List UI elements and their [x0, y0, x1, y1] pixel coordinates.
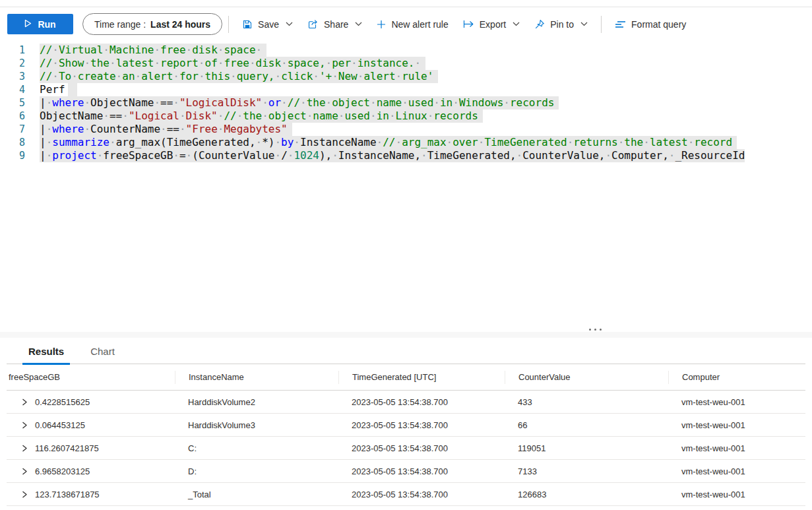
line-number: 5	[0, 96, 29, 110]
cell-countervalue: 7133	[505, 466, 668, 476]
cell-timegenerated: 2023-05-05 13:54:38.700	[338, 466, 505, 476]
save-button-label: Save	[258, 19, 279, 30]
tab-results[interactable]: Results	[22, 346, 70, 365]
panel-resize-handle[interactable]	[0, 327, 812, 338]
toolbar: Run Time range : Last 24 hours Save Shar…	[0, 7, 812, 41]
new-alert-rule-button[interactable]: New alert rule	[369, 13, 455, 36]
row-expand-icon[interactable]	[21, 444, 28, 453]
column-header-freespacegb[interactable]: freeSpaceGB	[7, 371, 175, 384]
cell-timegenerated: 2023-05-05 13:54:38.700	[338, 490, 505, 499]
code-line-2[interactable]: 2//·Show·the·latest·report·of·free·disk·…	[0, 57, 812, 70]
code-line-9[interactable]: 9|·project·freeSpaceGB·=·(CounterValue·/…	[0, 149, 812, 162]
run-button[interactable]: Run	[7, 14, 73, 34]
chevron-down-icon	[580, 22, 588, 26]
row-expand-icon[interactable]	[21, 421, 28, 430]
cell-freespacegb: 6.9658203125	[7, 466, 175, 476]
cell-computer: vm-test-weu-001	[668, 443, 805, 453]
code-line-8[interactable]: 8|·summarize·arg_max(TimeGenerated,·*)·b…	[0, 136, 812, 149]
cell-instancename: C:	[175, 443, 338, 453]
cell-countervalue: 126683	[505, 490, 668, 499]
line-number: 2	[0, 57, 29, 70]
cell-instancename: HarddiskVolume3	[175, 420, 338, 430]
share-icon	[307, 19, 319, 30]
cell-computer: vm-test-weu-001	[668, 466, 805, 476]
cell-instancename: HarddiskVolume2	[175, 397, 338, 407]
cell-computer: vm-test-weu-001	[668, 397, 805, 407]
query-editor[interactable]: 1//·Virtual·Machine·free·disk·space·2//·…	[0, 41, 812, 327]
table-row[interactable]: 6.9658203125D:2023-05-05 13:54:38.700713…	[7, 460, 805, 483]
cell-freespacegb: 0.4228515625	[7, 397, 175, 407]
cell-freespacegb: 123.7138671875	[7, 490, 175, 499]
export-button[interactable]: Export	[456, 13, 527, 36]
save-button[interactable]: Save	[235, 13, 300, 36]
cell-timegenerated: 2023-05-05 13:54:38.700	[338, 443, 505, 453]
results-table-body: 0.4228515625HarddiskVolume22023-05-05 13…	[7, 391, 805, 506]
column-header-countervalue[interactable]: CounterValue	[505, 371, 668, 384]
chevron-down-icon	[286, 22, 293, 26]
toolbar-separator	[601, 16, 602, 33]
time-range-picker[interactable]: Time range : Last 24 hours	[82, 13, 222, 35]
resize-grip-icon	[589, 329, 602, 331]
cell-instancename: D:	[175, 466, 338, 476]
chevron-down-icon	[355, 22, 362, 26]
cell-instancename: _Total	[175, 490, 338, 499]
cell-timegenerated: 2023-05-05 13:54:38.700	[338, 397, 505, 407]
format-query-icon	[615, 20, 626, 29]
code-line-3[interactable]: 3//·To·create·an·alert·for·this·query,·c…	[0, 70, 812, 83]
line-number: 1	[0, 44, 29, 57]
code-line-5[interactable]: 5|·where·ObjectName·==·"LogicalDisk"·or·…	[0, 96, 812, 110]
save-icon	[242, 19, 253, 30]
line-number: 9	[0, 149, 29, 162]
cell-freespacegb: 116.2607421875	[7, 443, 175, 453]
table-row[interactable]: 0.064453125HarddiskVolume32023-05-05 13:…	[7, 414, 805, 437]
export-icon	[463, 20, 474, 28]
pin-icon	[534, 19, 545, 30]
cell-computer: vm-test-weu-001	[668, 420, 805, 430]
toolbar-separator	[228, 16, 229, 33]
time-range-label: Time range :	[94, 19, 146, 30]
line-number: 7	[0, 123, 29, 136]
column-header-instancename[interactable]: InstanceName	[175, 371, 338, 384]
results-tabbar: Results Chart	[7, 338, 805, 364]
time-range-value: Last 24 hours	[150, 19, 210, 30]
cell-freespacegb: 0.064453125	[7, 420, 175, 430]
cell-timegenerated: 2023-05-05 13:54:38.700	[338, 420, 505, 430]
column-header-computer[interactable]: Computer	[668, 371, 805, 384]
pin-to-button-label: Pin to	[550, 19, 574, 30]
cell-countervalue: 66	[505, 420, 668, 430]
new-alert-rule-label: New alert rule	[391, 19, 448, 30]
play-icon	[24, 19, 32, 30]
row-expand-icon[interactable]	[21, 467, 28, 476]
share-button[interactable]: Share	[300, 13, 369, 36]
line-number: 4	[0, 83, 29, 96]
table-row[interactable]: 116.2607421875C:2023-05-05 13:54:38.7001…	[7, 437, 805, 460]
table-row[interactable]: 0.4228515625HarddiskVolume22023-05-05 13…	[7, 391, 805, 414]
results-table-header: freeSpaceGB InstanceName TimeGenerated […	[7, 364, 805, 391]
run-button-label: Run	[38, 19, 55, 30]
code-line-6[interactable]: 6ObjectName·==·"Logical·Disk"·//·the·obj…	[0, 110, 812, 123]
column-header-timegenerated[interactable]: TimeGenerated [UTC]	[338, 371, 505, 384]
pin-to-button[interactable]: Pin to	[527, 13, 595, 36]
tab-chart[interactable]: Chart	[84, 346, 121, 365]
cell-countervalue: 119051	[505, 443, 668, 453]
table-row[interactable]: 123.7138671875_Total2023-05-05 13:54:38.…	[7, 483, 805, 506]
export-button-label: Export	[480, 19, 506, 30]
chevron-down-icon	[513, 22, 520, 26]
cell-computer: vm-test-weu-001	[668, 490, 805, 499]
line-number: 8	[0, 136, 29, 149]
log-analytics-query-pane: Run Time range : Last 24 hours Save Shar…	[0, 0, 812, 510]
code-line-7[interactable]: 7|·where·CounterName·==·"Free·Megabytes"	[0, 123, 812, 136]
line-number: 3	[0, 70, 29, 83]
row-expand-icon[interactable]	[21, 398, 28, 406]
plus-icon	[377, 20, 386, 29]
row-expand-icon[interactable]	[21, 490, 28, 499]
format-query-label: Format query	[631, 19, 686, 30]
line-number: 6	[0, 110, 29, 123]
cell-countervalue: 433	[505, 397, 668, 407]
results-panel: Results Chart freeSpaceGB InstanceName T…	[0, 338, 812, 510]
format-query-button[interactable]: Format query	[608, 13, 693, 36]
code-line-4[interactable]: 4Perf	[0, 83, 812, 96]
code-line-1[interactable]: 1//·Virtual·Machine·free·disk·space·	[0, 44, 812, 57]
share-button-label: Share	[324, 19, 348, 30]
